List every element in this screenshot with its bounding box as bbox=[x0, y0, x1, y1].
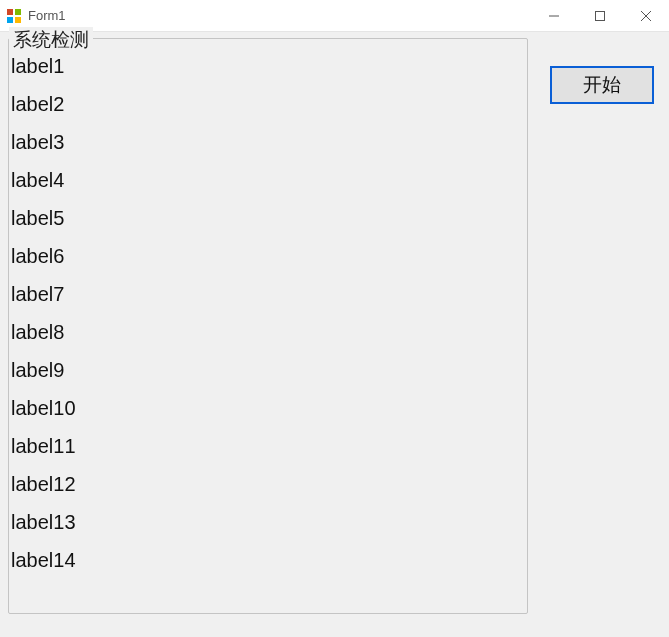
label-13: label13 bbox=[9, 503, 527, 541]
label-10: label10 bbox=[9, 389, 527, 427]
app-icon bbox=[6, 8, 22, 24]
maximize-button[interactable] bbox=[577, 0, 623, 32]
label-12: label12 bbox=[9, 465, 527, 503]
svg-rect-1 bbox=[15, 9, 21, 15]
label-7: label7 bbox=[9, 275, 527, 313]
label-4: label4 bbox=[9, 161, 527, 199]
svg-line-6 bbox=[641, 11, 651, 21]
minimize-button[interactable] bbox=[531, 0, 577, 32]
label-6: label6 bbox=[9, 237, 527, 275]
label-5: label5 bbox=[9, 199, 527, 237]
svg-rect-2 bbox=[7, 17, 13, 23]
label-8: label8 bbox=[9, 313, 527, 351]
svg-rect-3 bbox=[15, 17, 21, 23]
titlebar: Form1 bbox=[0, 0, 669, 32]
system-check-groupbox: 系统检测 label1 label2 label3 label4 label5 … bbox=[8, 38, 528, 614]
label-9: label9 bbox=[9, 351, 527, 389]
label-11: label11 bbox=[9, 427, 527, 465]
start-button[interactable]: 开始 bbox=[550, 66, 654, 104]
label-3: label3 bbox=[9, 123, 527, 161]
svg-line-7 bbox=[641, 11, 651, 21]
client-area: 系统检测 label1 label2 label3 label4 label5 … bbox=[0, 32, 669, 637]
window-title: Form1 bbox=[28, 8, 66, 23]
label-2: label2 bbox=[9, 85, 527, 123]
label-14: label14 bbox=[9, 541, 527, 579]
svg-rect-0 bbox=[7, 9, 13, 15]
svg-rect-5 bbox=[596, 11, 605, 20]
groupbox-title: 系统检测 bbox=[9, 27, 93, 53]
close-button[interactable] bbox=[623, 0, 669, 32]
